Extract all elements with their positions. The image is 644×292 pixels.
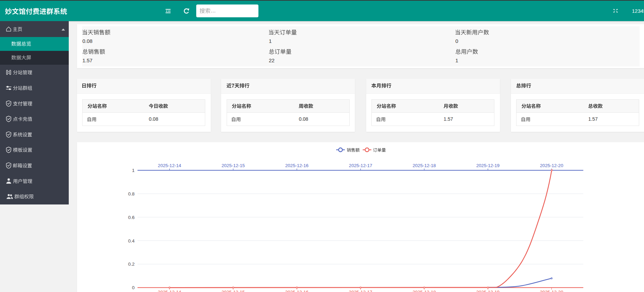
svg-text:0: 0 [132,285,135,290]
svg-text:123456: 123456 [632,8,644,14]
svg-text:1.57: 1.57 [588,116,598,122]
svg-text:2025-12-14: 2025-12-14 [158,163,181,168]
svg-text:2025-12-18: 2025-12-18 [413,163,436,168]
svg-text:2025-12-17: 2025-12-17 [349,290,372,292]
svg-text:0: 0 [455,38,458,44]
svg-text:0.8: 0.8 [128,191,135,197]
svg-text:2025-12-19: 2025-12-19 [476,163,499,168]
svg-text:0.08: 0.08 [299,116,308,122]
svg-text:0.6: 0.6 [128,215,135,220]
svg-text:0.08: 0.08 [83,38,93,44]
svg-text:0.08: 0.08 [149,116,158,122]
svg-text:...: ... [211,7,216,14]
svg-text:2025-12-20: 2025-12-20 [540,163,563,168]
svg-text:2025-12-16: 2025-12-16 [285,163,308,168]
svg-text:22: 22 [269,57,275,63]
svg-text:2025-12-18: 2025-12-18 [413,290,436,292]
svg-text:2025-12-20: 2025-12-20 [540,290,563,292]
svg-text:1: 1 [455,57,458,63]
svg-text:1: 1 [132,168,135,173]
svg-text:0.4: 0.4 [128,238,135,244]
svg-text:2025-12-15: 2025-12-15 [221,163,245,168]
svg-text:2025-12-15: 2025-12-15 [221,290,245,292]
svg-text:2025-12-16: 2025-12-16 [285,290,308,292]
svg-text:1.57: 1.57 [444,116,453,122]
svg-text:1.57: 1.57 [83,57,93,63]
svg-text:0.2: 0.2 [128,262,135,267]
svg-text:2025-12-17: 2025-12-17 [349,163,372,168]
svg-text:2025-12-19: 2025-12-19 [476,290,499,292]
svg-text:1: 1 [269,38,272,44]
svg-text:2025-12-14: 2025-12-14 [158,290,181,292]
